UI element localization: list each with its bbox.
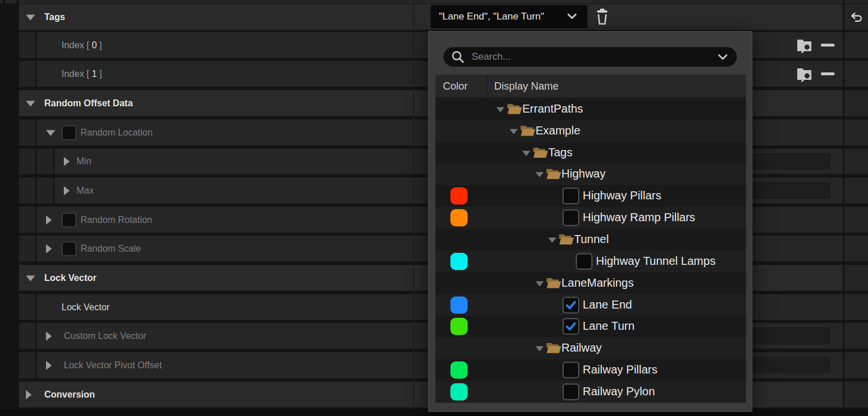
search-input[interactable] <box>471 51 718 63</box>
property-label: Max <box>77 186 94 196</box>
tree-expanded-icon[interactable] <box>522 151 530 156</box>
trash-icon <box>595 8 610 25</box>
property-checkbox-random-scale[interactable] <box>62 241 77 256</box>
tag-checkbox-railway-pylon[interactable] <box>563 383 579 400</box>
expander-collapsed-icon[interactable] <box>46 361 52 370</box>
tag-checkbox-railway-pillars[interactable] <box>563 362 579 379</box>
top-row-strip-right <box>844 0 868 3</box>
property-label: Lock Vector <box>62 302 110 313</box>
tags-dropdown-value: "Lane End", "Lane Turn" <box>439 11 544 22</box>
tag-row-highway-ramp-pillars[interactable]: Highway Ramp Pillars <box>435 207 746 229</box>
tree-expanded-icon[interactable] <box>548 237 556 242</box>
tag-color-swatch <box>450 253 468 270</box>
reset-to-default-button[interactable] <box>850 12 863 22</box>
tag-color-swatch <box>450 383 468 400</box>
tag-row-railway-pillars[interactable]: Railway Pillars <box>435 359 746 381</box>
property-label: Lock Vector Pivot Offset <box>64 360 162 371</box>
tag-row-lane-turn[interactable]: Lane Turn <box>435 315 746 337</box>
right-column-cell <box>844 236 868 261</box>
tag-checkbox-highway-pillars[interactable] <box>563 188 579 205</box>
expander-collapsed-icon[interactable] <box>46 215 52 225</box>
expander-collapsed-icon[interactable] <box>64 186 70 195</box>
tag-row-highway-pillars[interactable]: Highway Pillars <box>435 185 746 207</box>
name-value-splitter[interactable] <box>413 4 414 409</box>
property-label: Random Scale <box>81 244 141 254</box>
property-label: Random Offset Data <box>44 98 133 109</box>
tag-color-swatch <box>450 361 468 379</box>
tag-label: Lane Turn <box>583 319 634 333</box>
right-column-cell[interactable] <box>844 4 868 30</box>
folder-search-icon <box>796 66 813 82</box>
browse-to-asset-button[interactable] <box>796 66 813 82</box>
property-label: Random Rotation <box>81 215 152 225</box>
indent-line <box>35 120 37 145</box>
indent-line <box>35 352 37 378</box>
tag-folder-row-lanemarkings[interactable]: LaneMarkings <box>435 272 746 294</box>
search-options-chevron-icon[interactable] <box>718 54 728 60</box>
folder-search-icon <box>796 37 813 53</box>
property-label: Index [ 0 ] <box>62 40 102 51</box>
checkmark-icon <box>565 321 577 333</box>
tag-checkbox-highway-tunnel-lamps[interactable] <box>576 253 592 269</box>
tag-checkbox-highway-ramp-pillars[interactable] <box>563 210 579 226</box>
remove-element-button[interactable] <box>821 72 835 75</box>
indent-line <box>35 61 37 87</box>
tag-label: Railway Pillars <box>583 363 657 376</box>
tree-expanded-icon[interactable] <box>536 172 544 178</box>
expander-collapsed-icon[interactable] <box>46 244 52 253</box>
right-column-cell <box>844 294 868 320</box>
tree-expanded-icon[interactable] <box>510 129 518 134</box>
folder-icon <box>546 341 561 355</box>
tag-folder-row-errantpaths[interactable]: ErrantPaths <box>435 98 746 120</box>
tag-folder-label: Example <box>536 124 580 137</box>
expander-expanded-icon[interactable] <box>26 275 35 281</box>
expander-collapsed-icon[interactable] <box>64 157 70 166</box>
tag-row-railway-pylon[interactable]: Railway Pylon <box>435 381 746 403</box>
tag-checkbox-lane-turn[interactable] <box>563 318 579 335</box>
expander-collapsed-icon[interactable] <box>46 332 52 341</box>
right-column-cell <box>844 207 868 233</box>
expander-expanded-icon[interactable] <box>46 130 55 136</box>
indent-line <box>35 294 37 320</box>
expander-expanded-icon[interactable] <box>26 14 35 20</box>
tag-color-swatch <box>450 187 468 205</box>
tag-label: Lane End <box>583 298 632 311</box>
tag-checkbox-lane-end[interactable] <box>563 296 579 313</box>
tag-search-box[interactable] <box>443 47 737 67</box>
property-label: Conversion <box>44 390 95 400</box>
folder-icon <box>507 102 522 115</box>
tag-folder-label: Highway <box>561 167 606 180</box>
tag-folder-row-tunnel[interactable]: Tunnel <box>435 229 746 251</box>
tag-folder-row-tags[interactable]: Tags <box>435 142 746 164</box>
tree-expanded-icon[interactable] <box>536 346 544 352</box>
right-column-cell <box>844 382 868 407</box>
tree-expanded-icon[interactable] <box>536 281 544 286</box>
right-column-cell <box>844 90 868 116</box>
tag-folder-row-highway[interactable]: Highway <box>435 164 746 186</box>
property-label: Lock Vector <box>44 273 97 283</box>
indent-line <box>35 32 37 58</box>
tag-folder-row-example[interactable]: Example <box>435 120 746 142</box>
tag-label: Highway Pillars <box>583 189 661 202</box>
browse-to-asset-button[interactable] <box>796 37 813 53</box>
tag-row-lane-end[interactable]: Lane End <box>435 294 746 316</box>
tag-row-highway-tunnel-lamps[interactable]: Highway Tunnel Lamps <box>435 251 746 272</box>
details-panel: TagsIndex [ 0 ]Index [ 1 ]Random Offset … <box>0 0 868 416</box>
clear-tags-button[interactable] <box>593 7 611 26</box>
tags-dropdown-button[interactable]: "Lane End", "Lane Turn" <box>430 5 588 29</box>
property-label: Min <box>77 156 91 167</box>
tag-color-swatch <box>450 296 468 314</box>
minus-icon <box>821 72 835 75</box>
indent-line <box>35 323 37 349</box>
indent-line <box>35 236 37 261</box>
tree-expanded-icon[interactable] <box>496 107 504 112</box>
expander-expanded-icon[interactable] <box>26 101 35 106</box>
expander-collapsed-icon[interactable] <box>26 390 32 399</box>
reset-arrow-icon <box>850 12 863 22</box>
tag-folder-row-railway[interactable]: Railway <box>435 337 746 359</box>
property-checkbox-random-rotation[interactable] <box>62 213 77 228</box>
property-checkbox-random-location[interactable] <box>62 125 77 140</box>
remove-element-button[interactable] <box>821 44 835 47</box>
property-label: Tags <box>44 12 65 22</box>
indent-line <box>35 178 37 203</box>
